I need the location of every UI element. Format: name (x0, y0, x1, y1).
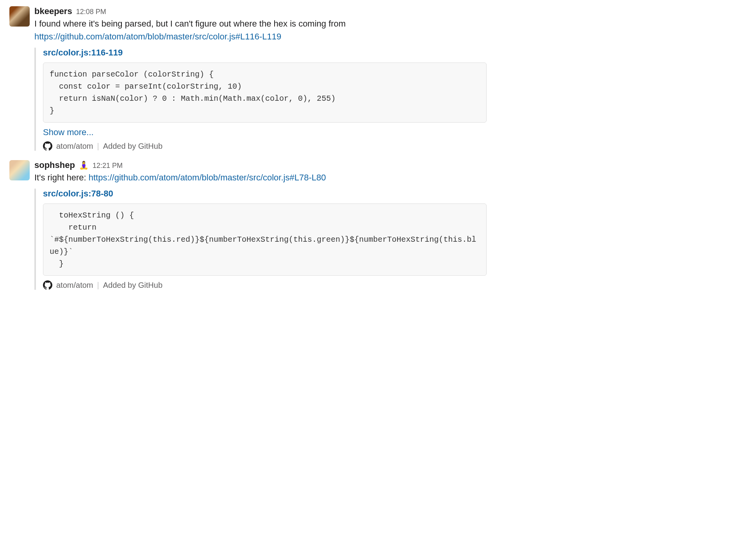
code-block: toHexString () { return `#${numberToHexS… (43, 203, 487, 276)
footer-divider: | (97, 281, 99, 290)
message-link[interactable]: https://github.com/atom/atom/blob/master… (34, 32, 281, 41)
message-text-prefix: It's right here: (34, 173, 89, 182)
github-icon (43, 280, 52, 290)
message-text: It's right here: https://github.com/atom… (34, 171, 487, 184)
author-name[interactable]: sophshep (34, 160, 75, 170)
timestamp[interactable]: 12:08 PM (76, 8, 106, 16)
attachment: src/color.js:78-80 toHexString () { retu… (34, 189, 487, 290)
attachment: src/color.js:116-119 function parseColor… (34, 48, 487, 151)
message-text: I found where it's being parsed, but I c… (34, 17, 487, 43)
message-content: bkeepers 12:08 PM I found where it's bei… (34, 6, 487, 151)
attachment-footer: atom/atom | Added by GitHub (43, 280, 487, 290)
github-icon (43, 141, 52, 151)
message-header: bkeepers 12:08 PM (34, 6, 487, 16)
show-more-link[interactable]: Show more... (43, 127, 487, 137)
message-text-prefix: I found where it's being parsed, but I c… (34, 19, 346, 29)
added-by-text: Added by GitHub (103, 142, 162, 151)
timestamp[interactable]: 12:21 PM (93, 162, 123, 170)
avatar[interactable] (9, 6, 30, 27)
added-by-text: Added by GitHub (103, 281, 162, 290)
message-item: sophshep 🧘‍♀️ 12:21 PM It's right here: … (9, 160, 487, 290)
repo-name[interactable]: atom/atom (56, 142, 93, 151)
avatar[interactable] (9, 160, 30, 180)
footer-divider: | (97, 142, 99, 151)
code-block: function parseColor (colorString) { cons… (43, 62, 487, 123)
attachment-title[interactable]: src/color.js:78-80 (43, 189, 487, 199)
message-header: sophshep 🧘‍♀️ 12:21 PM (34, 160, 487, 170)
message-content: sophshep 🧘‍♀️ 12:21 PM It's right here: … (34, 160, 487, 290)
repo-name[interactable]: atom/atom (56, 281, 93, 290)
message-item: bkeepers 12:08 PM I found where it's bei… (9, 6, 487, 151)
author-name[interactable]: bkeepers (34, 6, 72, 16)
attachment-footer: atom/atom | Added by GitHub (43, 141, 487, 151)
message-link[interactable]: https://github.com/atom/atom/blob/master… (89, 173, 326, 182)
status-emoji[interactable]: 🧘‍♀️ (79, 161, 89, 169)
attachment-title[interactable]: src/color.js:116-119 (43, 48, 487, 58)
